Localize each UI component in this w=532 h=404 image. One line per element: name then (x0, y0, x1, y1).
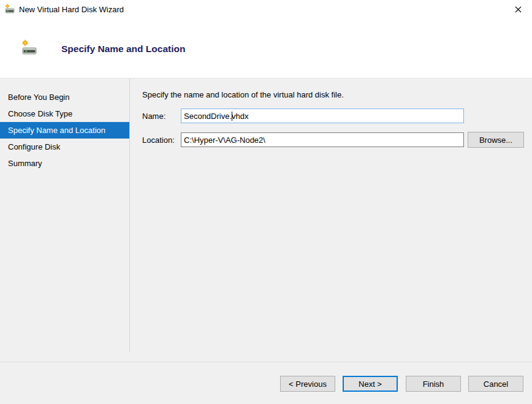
sidebar-item-summary: Summary (0, 155, 129, 172)
sidebar-item-before-you-begin: Before You Begin (0, 89, 129, 105)
location-input[interactable]: C:\Hyper-V\AG-Node2\ (181, 132, 464, 147)
new-virtual-disk-icon (4, 4, 15, 16)
sidebar-item-choose-disk-type: Choose Disk Type (0, 105, 129, 122)
title-bar[interactable]: New Virtual Hard Disk Wizard (0, 0, 532, 19)
window-title: New Virtual Hard Disk Wizard (19, 5, 124, 14)
close-button[interactable] (504, 0, 532, 19)
new-virtual-disk-icon (20, 39, 37, 58)
cancel-button[interactable]: Cancel (468, 376, 523, 392)
next-button[interactable]: Next > (343, 376, 398, 392)
wizard-window: New Virtual Hard Disk Wizard Spec (0, 0, 532, 404)
location-value: C:\Hyper-V\AG-Node2\ (184, 135, 265, 145)
browse-button[interactable]: Browse... (468, 132, 524, 148)
footer-divider (0, 362, 532, 362)
name-input[interactable]: SecondDrive.vhdx (181, 109, 464, 123)
wizard-steps-sidebar: Before You Begin Choose Disk Type Specif… (0, 89, 129, 172)
sidebar-item-configure-disk: Configure Disk (0, 139, 129, 155)
page-title: Specify Name and Location (61, 44, 185, 55)
instruction-text: Specify the name and location of the vir… (142, 90, 344, 99)
name-value-before-caret: SecondDrive. (184, 112, 232, 121)
wizard-header: Specify Name and Location (0, 19, 532, 78)
finish-button[interactable]: Finish (406, 376, 461, 392)
name-value-after-caret: vhdx (232, 112, 248, 121)
previous-button[interactable]: < Previous (280, 376, 335, 392)
close-icon (515, 6, 522, 13)
location-label: Location: (142, 135, 175, 145)
name-label: Name: (142, 112, 165, 121)
sidebar-divider (129, 78, 130, 353)
sidebar-item-specify-name-and-location: Specify Name and Location (0, 122, 129, 139)
